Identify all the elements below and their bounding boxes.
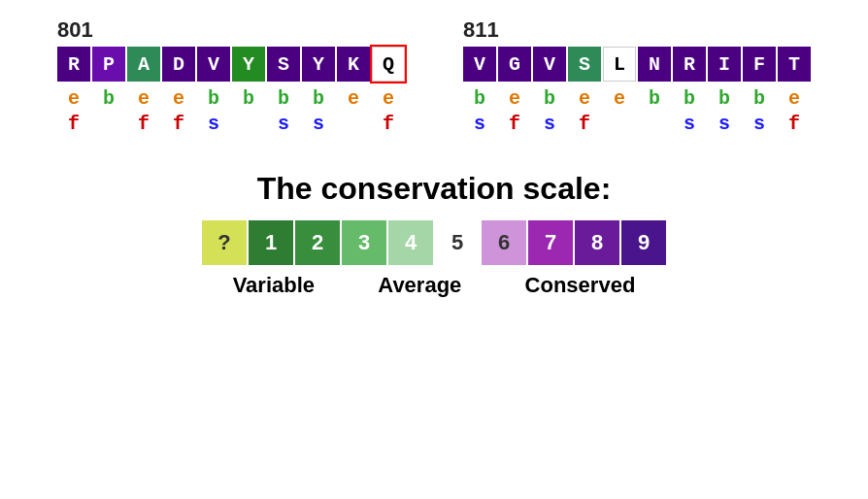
ann-cell: f [127,111,160,136]
aa-cell: L [603,47,636,82]
ann-cell: f [778,111,811,136]
aa-cell: P [92,47,125,82]
seq1-number: 801 [57,17,93,43]
ann-cell: e [372,85,405,111]
ann-cell: s [267,111,300,136]
seq1-residues: RPADVYSYKQ [57,47,405,82]
ann-cell: b [533,85,566,111]
scale-cell: 4 [388,220,433,265]
seq1-ann1: ebeebbbbee [57,85,405,111]
aa-cell: A [127,47,160,82]
sequences-row: 801 RPADVYSYKQ ebeebbbbee f ffs ss f 811… [57,17,811,136]
aa-cell: G [498,47,531,82]
ann-cell: b [638,85,671,111]
aa-cell: Q [372,47,405,82]
ann-cell: f [498,111,531,136]
ann-cell: f [372,111,405,136]
scale-cell: 8 [575,220,619,265]
ann-cell: e [162,85,195,111]
ann-cell: s [533,111,566,136]
scale-labels: Variable Average Conserved [201,273,667,298]
ann-cell: b [673,85,706,111]
scale-cell: 6 [482,220,526,265]
scale-row: ?123456789 [202,220,666,265]
aa-cell: S [267,47,300,82]
aa-cell: R [673,47,706,82]
ann-cell [337,111,370,136]
ann-cell: b [92,85,125,111]
ann-cell: e [778,85,811,111]
ann-cell: b [302,85,335,111]
aa-cell: Y [232,47,265,82]
ann-cell: s [197,111,230,136]
aa-cell: Y [302,47,335,82]
ann-cell: e [337,85,370,111]
aa-cell: I [708,47,741,82]
label-conserved: Conserved [525,273,636,298]
ann-cell: f [162,111,195,136]
seq1-ann2: f ffs ss f [57,111,405,136]
label-variable: Variable [233,273,315,298]
ann-cell: f [568,111,601,136]
ann-cell: b [708,85,741,111]
ann-cell: b [197,85,230,111]
scale-cell: 3 [342,220,386,265]
ann-cell: s [463,111,496,136]
aa-cell: V [533,47,566,82]
conservation-section: The conservation scale: ?123456789 Varia… [19,171,849,298]
ann-cell: b [743,85,776,111]
label-average: Average [378,273,461,298]
seq2-ann2: sfsf sssf [463,111,811,136]
aa-cell: R [57,47,90,82]
ann-cell: e [498,85,531,111]
scale-cell: 5 [435,220,480,265]
sequence-block-2: 811 VGVSLNRIFT bebeebbbbe sfsf sssf [463,17,811,136]
scale-cell: 1 [249,220,293,265]
ann-cell [638,111,671,136]
seq2-residues: VGVSLNRIFT [463,47,811,82]
scale-cell: ? [202,220,247,265]
aa-cell: N [638,47,671,82]
ann-cell: e [568,85,601,111]
ann-cell [92,111,125,136]
scale-cell: 7 [528,220,573,265]
scale-cell: 9 [621,220,666,265]
ann-cell: e [57,85,90,111]
ann-cell: e [127,85,160,111]
aa-cell: V [197,47,230,82]
seq2-number: 811 [463,17,499,43]
ann-cell: b [267,85,300,111]
ann-cell [603,111,636,136]
ann-cell: s [302,111,335,136]
ann-cell: f [57,111,90,136]
ann-cell: s [673,111,706,136]
aa-cell: D [162,47,195,82]
ann-cell: e [603,85,636,111]
aa-cell: F [743,47,776,82]
ann-cell: b [463,85,496,111]
conservation-title: The conservation scale: [257,171,612,207]
aa-cell: S [568,47,601,82]
ann-cell [232,111,265,136]
aa-cell: K [337,47,370,82]
ann-cell: s [708,111,741,136]
scale-cell: 2 [295,220,340,265]
aa-cell: T [778,47,811,82]
aa-cell: V [463,47,496,82]
sequence-block-1: 801 RPADVYSYKQ ebeebbbbee f ffs ss f [57,17,405,136]
ann-cell: s [743,111,776,136]
ann-cell: b [232,85,265,111]
seq2-ann1: bebeebbbbe [463,85,811,111]
